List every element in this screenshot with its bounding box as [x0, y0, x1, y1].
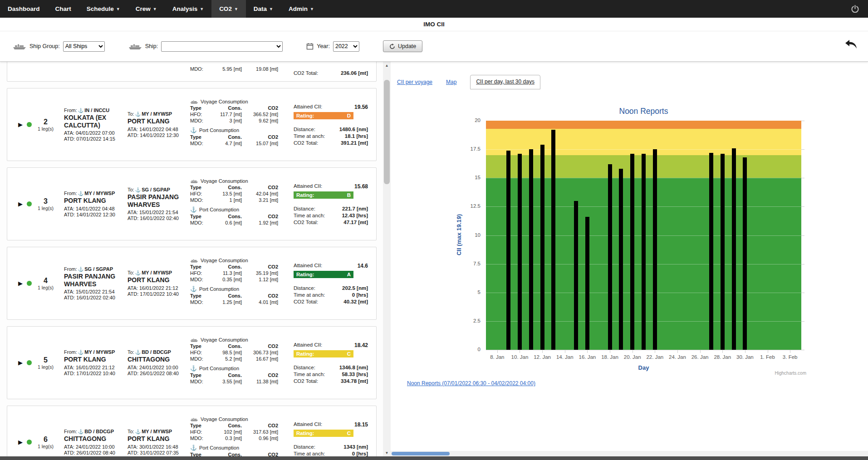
vertical-scrollbar[interactable]: ▲ ▼ — [383, 62, 391, 456]
distance-value: 221.7 [nm] — [342, 206, 368, 211]
ship-filter: Ship: — [128, 41, 283, 52]
atd-label: ATD: — [64, 450, 75, 455]
expand-row-icon[interactable]: ▶ — [18, 439, 23, 445]
consumption-cell: 98.5 [mt] — [210, 350, 242, 356]
ship-icon — [128, 43, 142, 50]
from-atd-value: 16/01/2022 02:40 — [76, 295, 115, 300]
x-tick-mark — [745, 350, 745, 353]
ata-label: ATA: — [128, 285, 138, 291]
caret-down-icon: ▼ — [310, 7, 314, 11]
anchor-time-value: 12.43 [hrs] — [342, 213, 368, 218]
y-tick-label: 0 — [454, 347, 481, 352]
chart-bar[interactable] — [585, 217, 589, 350]
back-arrow-button[interactable] — [845, 39, 857, 51]
ship-group-select[interactable]: All Ships — [63, 41, 105, 52]
from-port-code: SG / SGPAP — [84, 266, 113, 272]
noon-reports-link[interactable]: Noon Reports (07/01/2022 06:30 - 04/02/2… — [407, 380, 535, 387]
calendar-icon — [306, 43, 314, 50]
nav-item-dashboard[interactable]: Dashboard — [0, 0, 48, 18]
voyage-row-controls: ▶ 5 1 leg(s) — [12, 356, 64, 370]
voyage-cards: MDO: 5.95 [mt] 19.08 [mt] CO2 Total: 236… — [0, 62, 391, 456]
consumption-cell: 1 [mt] — [210, 197, 242, 204]
y-tick-mark — [801, 149, 804, 150]
chart-bar[interactable] — [529, 149, 533, 350]
nav-item-analysis[interactable]: Analysis▼ — [165, 0, 211, 18]
consumption-cell: 1.12 [mt] — [242, 277, 278, 283]
to-port-code: MY / MYWSP — [142, 429, 172, 434]
noon-reports-chart: Noon Reports CII (max 19.19) Day Highcha… — [391, 62, 868, 456]
consumption-cell: HFO: — [190, 350, 210, 356]
expand-row-icon[interactable]: ▶ — [18, 201, 23, 207]
voyage-from: From:⚓BD / BDCGP CHITTAGONG ATA: 24/01/2… — [64, 429, 128, 455]
chart-bar[interactable] — [732, 148, 736, 350]
chart-bar[interactable] — [743, 157, 747, 350]
x-tick-label: 1. Feb — [760, 354, 775, 360]
voyage-from: From:⚓IN / INCCU KOLKATA (EX CALCUTTA) A… — [64, 108, 128, 141]
y-tick-label: 7.5 — [454, 261, 481, 266]
voyage-number: 5 — [44, 356, 48, 364]
chart-bar[interactable] — [721, 154, 725, 350]
co2-total-value: 236.06 [mt] — [341, 70, 368, 76]
chart-bar[interactable] — [619, 169, 623, 350]
chart-bar[interactable] — [540, 145, 544, 350]
x-tick-mark — [722, 350, 723, 353]
chart-bar[interactable] — [653, 149, 657, 350]
col-type: Type — [190, 264, 210, 270]
chart-bar[interactable] — [709, 153, 713, 350]
scroll-down-button[interactable]: ▼ — [383, 449, 391, 456]
chart-bar[interactable] — [642, 154, 646, 350]
from-label: From: — [64, 108, 77, 113]
anchor-time-label: Time at anch: — [294, 133, 325, 139]
window-bottom-edge — [0, 456, 868, 460]
consumption-cell: HFO: — [190, 270, 210, 277]
x-tick-label: 24. Jan — [669, 354, 686, 360]
expand-row-icon[interactable]: ▶ — [18, 121, 23, 128]
consumption-cell: 35.19 [mt] — [242, 270, 278, 277]
ata-label: ATA: — [128, 210, 138, 215]
consumption-cell: 4.7 [mt] — [210, 141, 242, 147]
chart-bar[interactable] — [518, 154, 522, 350]
consumption-column: Voyage Consumption Type Cons. CO2 HFO:11… — [190, 258, 294, 309]
co2-total-label: CO2 Total: — [294, 299, 318, 304]
nav-item-admin[interactable]: Admin▼ — [281, 0, 322, 18]
distance-value: 1480.6 [nm] — [339, 127, 368, 132]
ship-select[interactable] — [161, 41, 283, 52]
chart-plot-area — [486, 121, 801, 350]
scroll-up-button[interactable]: ▲ — [383, 62, 391, 69]
status-dot — [27, 281, 32, 286]
y-tick-label: 12.5 — [454, 203, 481, 209]
chart-bar[interactable] — [574, 201, 578, 350]
chart-bar[interactable] — [506, 151, 510, 350]
horizontal-scrollbar-thumb[interactable] — [392, 452, 450, 455]
nav-item-co2[interactable]: CO2▼ — [211, 0, 246, 18]
back-arrow-icon — [845, 39, 857, 49]
chart-bar[interactable] — [551, 130, 555, 350]
consumption-cell: 1.25 [mt] — [210, 299, 242, 306]
attained-cii-label: Attained CII: — [294, 263, 322, 269]
logout-power-button[interactable] — [842, 0, 868, 18]
col-type: Type — [190, 423, 210, 429]
update-button[interactable]: Update — [383, 40, 422, 52]
rating-chip: Rating: C — [294, 350, 353, 357]
caret-down-icon: ▼ — [269, 7, 273, 11]
anchor-icon: ⚓ — [190, 286, 197, 292]
nav-item-chart[interactable]: Chart — [48, 0, 79, 18]
voyage-consumption-label: Voyage Consumption — [201, 416, 248, 422]
anchor-icon: ⚓ — [78, 267, 83, 272]
chart-title: Noon Reports — [486, 107, 801, 116]
scrollbar-thumb[interactable] — [384, 80, 390, 184]
consumption-cell: 366.52 [mt] — [242, 112, 278, 118]
distance-value: 1346.8 [nm] — [339, 365, 368, 370]
expand-row-icon[interactable]: ▶ — [18, 280, 23, 287]
expand-row-icon[interactable]: ▶ — [18, 359, 23, 366]
chart-bar[interactable] — [608, 164, 612, 350]
highcharts-credits[interactable]: Highcharts.com — [775, 371, 806, 376]
year-select[interactable]: 2022 — [333, 41, 359, 52]
nav-item-schedule[interactable]: Schedule▼ — [79, 0, 128, 18]
cii-chart-panel: CII per voyageMapCII per day, last 30 da… — [391, 62, 868, 456]
nav-item-crew[interactable]: Crew▼ — [128, 0, 165, 18]
nav-item-data[interactable]: Data▼ — [246, 0, 281, 18]
anchor-time-label: Time at anch: — [294, 372, 325, 377]
chart-bar[interactable] — [630, 154, 634, 350]
horizontal-scrollbar[interactable] — [391, 451, 868, 456]
